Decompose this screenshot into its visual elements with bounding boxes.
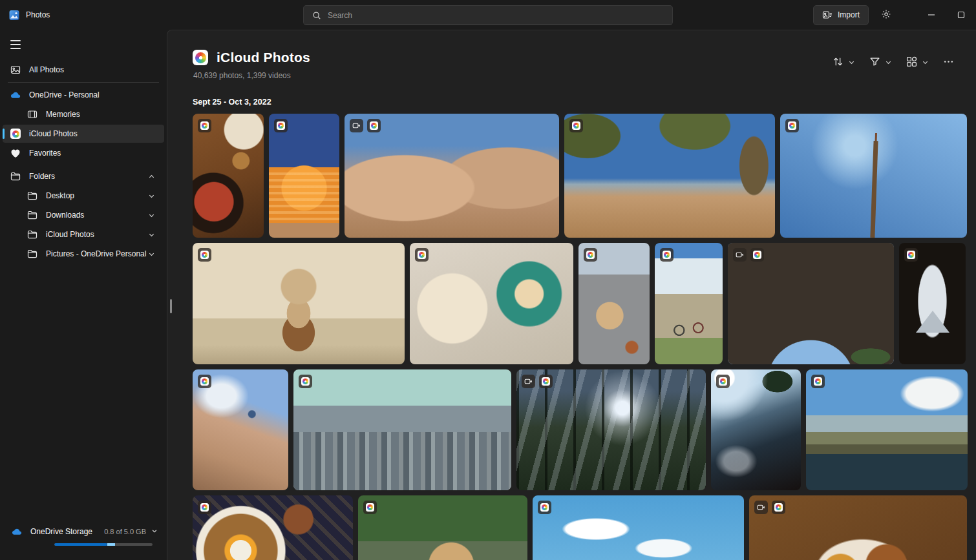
thumbnail-badges bbox=[350, 119, 381, 132]
sidebar-divider bbox=[8, 82, 159, 83]
thumbnail-badges bbox=[363, 501, 377, 514]
photo-thumbnail-eiffel[interactable] bbox=[728, 243, 894, 364]
thumbnail-badges bbox=[299, 375, 312, 388]
icloud-badge-icon bbox=[538, 501, 551, 514]
more-icon bbox=[943, 56, 954, 69]
sidebar-item-label: iCloud Photos bbox=[29, 129, 78, 138]
icloud-badge-icon bbox=[904, 248, 918, 262]
sidebar-item-onedrive-personal[interactable]: OneDrive - Personal bbox=[3, 86, 164, 104]
icloud-photos-icon bbox=[193, 50, 208, 65]
photo-thumbnail-beach-bikes[interactable] bbox=[655, 243, 723, 364]
photo-thumbnail-mural[interactable] bbox=[269, 114, 339, 238]
photo-thumbnail-dog-street[interactable] bbox=[578, 243, 650, 364]
folder-icon bbox=[27, 191, 37, 201]
more-button[interactable] bbox=[937, 52, 960, 73]
photo-thumbnail-forest-rays[interactable] bbox=[516, 369, 706, 490]
storage-usage: 0.8 of 5.0 GB bbox=[104, 528, 146, 535]
photo-thumbnail-sky-clouds[interactable] bbox=[533, 495, 744, 560]
icloud-badge-icon bbox=[569, 119, 583, 132]
icloud-badge-icon bbox=[367, 119, 381, 132]
icloud-badge-icon bbox=[363, 501, 377, 514]
photo-thumbnail-desert-hiker[interactable] bbox=[193, 369, 288, 490]
thumbnail-badges bbox=[660, 248, 674, 262]
sidebar-item-all-photos[interactable]: All Photos bbox=[3, 61, 164, 79]
thumbnail-badges bbox=[569, 119, 583, 132]
photo-thumbnail-city-skyline[interactable] bbox=[293, 369, 511, 490]
sidebar-item-label: Downloads bbox=[46, 211, 84, 220]
sidebar-item-downloads[interactable]: Downloads bbox=[3, 206, 164, 224]
photo-thumbnail-shakshuka[interactable] bbox=[193, 114, 264, 238]
storage-chevron-down-icon[interactable] bbox=[151, 528, 158, 535]
chevron-down-icon bbox=[148, 231, 155, 238]
filter-icon bbox=[869, 56, 880, 69]
thumbnail-badges bbox=[538, 501, 551, 514]
sidebar-item-pictures-onedrive[interactable]: Pictures - OneDrive Personal bbox=[3, 245, 164, 263]
layout-button[interactable] bbox=[900, 52, 935, 73]
photo-thumbnail-joshua[interactable] bbox=[564, 114, 775, 238]
video-badge-icon bbox=[733, 248, 747, 262]
search-input[interactable] bbox=[328, 11, 664, 20]
storage-section: OneDrive Storage 0.8 of 5.0 GB bbox=[3, 520, 164, 560]
icloud-badge-icon bbox=[539, 375, 553, 388]
sidebar-item-label: Favorites bbox=[29, 149, 61, 158]
icloud-badge-icon bbox=[198, 501, 211, 514]
sort-icon bbox=[833, 56, 843, 69]
icloud-badge-icon bbox=[198, 119, 211, 132]
icloud-badge-icon bbox=[716, 375, 730, 388]
sidebar-item-memories[interactable]: Memories bbox=[3, 105, 164, 123]
icloud-badge-icon bbox=[811, 375, 825, 388]
video-badge-icon bbox=[522, 375, 535, 388]
thumbnail-badges bbox=[415, 248, 429, 262]
sidebar-item-favorites[interactable]: Favorites bbox=[3, 144, 164, 162]
photo-thumbnail-dog-chair[interactable] bbox=[193, 243, 405, 364]
import-icon bbox=[822, 10, 833, 20]
minimize-button[interactable] bbox=[917, 1, 946, 29]
onedrive-storage-label: OneDrive Storage bbox=[30, 527, 92, 536]
photo-thumbnail-egg-bowl[interactable] bbox=[193, 495, 353, 560]
thumbnail-badges bbox=[198, 501, 211, 514]
sidebar-resize-handle[interactable] bbox=[170, 299, 172, 313]
thumbnail-badges bbox=[198, 248, 211, 262]
sidebar-item-folders[interactable]: Folders bbox=[3, 167, 164, 185]
folder-icon bbox=[10, 171, 21, 181]
folder-icon bbox=[27, 229, 37, 240]
photo-thumbnail-coffee-toast[interactable] bbox=[410, 243, 573, 364]
settings-button[interactable] bbox=[875, 5, 897, 25]
photo-thumbnail-louvre[interactable] bbox=[899, 243, 966, 364]
sort-button[interactable] bbox=[827, 52, 861, 73]
thumbnail-badges bbox=[584, 248, 597, 262]
photo-thumbnail-plate-food[interactable] bbox=[749, 495, 967, 560]
maximize-button[interactable] bbox=[946, 1, 976, 29]
sidebar: All PhotosOneDrive - PersonalMemoriesiCl… bbox=[0, 30, 167, 560]
icloud-badge-icon bbox=[415, 248, 429, 262]
search-box[interactable] bbox=[303, 5, 673, 25]
thumbnail-badges bbox=[785, 119, 799, 132]
sidebar-item-desktop[interactable]: Desktop bbox=[3, 187, 164, 205]
chevron-down-icon bbox=[148, 192, 155, 200]
import-button[interactable]: Import bbox=[813, 5, 869, 25]
photo-thumbnail-lake-cliffs[interactable] bbox=[806, 369, 968, 490]
photo-icon bbox=[10, 65, 21, 75]
page-title: iCloud Photos bbox=[217, 50, 310, 65]
filter-button[interactable] bbox=[864, 52, 898, 73]
heart-icon bbox=[10, 148, 21, 158]
photo-thumbnail-shore-sun[interactable] bbox=[711, 369, 801, 490]
sidebar-item-label: Desktop bbox=[46, 191, 74, 200]
content-panel: iCloud Photos 40,639 photos, 1,399 video… bbox=[167, 30, 976, 560]
gear-icon bbox=[881, 9, 891, 21]
sidebar-item-icloud-photos[interactable]: iCloud Photos bbox=[3, 125, 164, 143]
chevron-up-icon bbox=[148, 173, 155, 180]
hamburger-button[interactable] bbox=[4, 35, 30, 54]
grid-row bbox=[193, 243, 966, 364]
photo-thumbnail-desert-rocks[interactable] bbox=[345, 114, 559, 238]
photo-thumbnail-swing[interactable] bbox=[780, 114, 967, 238]
icloud-badge-icon bbox=[660, 248, 674, 262]
folder-icon bbox=[27, 210, 37, 220]
grid-row bbox=[193, 114, 966, 238]
thumbnail-badges bbox=[904, 248, 918, 262]
photo-thumbnail-dog-river[interactable] bbox=[358, 495, 527, 560]
sidebar-item-icloud-photos-folder[interactable]: iCloud Photos bbox=[3, 225, 164, 244]
chevron-down-icon bbox=[848, 58, 855, 68]
thumbnail-badges bbox=[754, 501, 785, 514]
chevron-down-icon bbox=[922, 58, 929, 68]
